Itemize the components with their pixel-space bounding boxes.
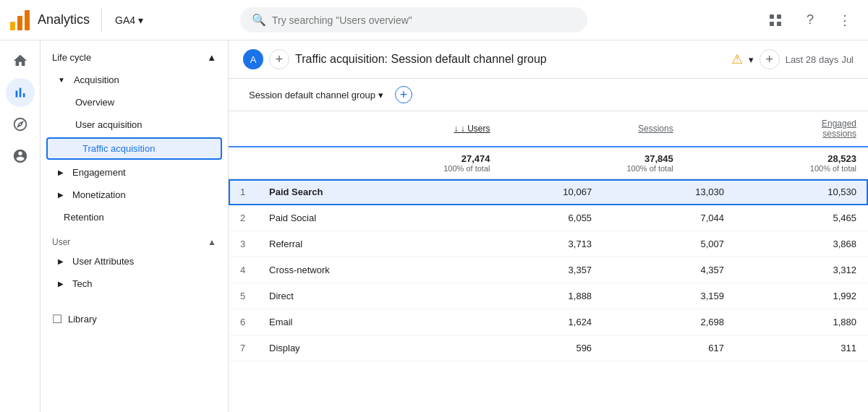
sidebar-item-monetization[interactable]: ▶ Monetization <box>41 184 228 206</box>
lifecycle-section-header[interactable]: Life cycle ▲ <box>41 46 228 69</box>
col-users[interactable]: ↓ ↓ Users <box>318 111 501 147</box>
grid-icon-button[interactable] <box>761 6 790 35</box>
row-channel[interactable]: Paid Social <box>258 205 471 231</box>
row-engaged-sessions: 3,312 <box>736 257 868 283</box>
warning-icon: ⚠ <box>731 51 743 67</box>
col-rank[interactable] <box>229 111 258 147</box>
date-range-selector[interactable]: Last 28 days Jul <box>786 54 854 65</box>
row-users: 596 <box>471 335 603 361</box>
top-nav: Analytics GA4 ▾ 🔍 ? ⋮ <box>0 0 868 40</box>
table-row[interactable]: 1 Paid Search 10,067 13,030 10,530 <box>229 179 868 205</box>
explore-icon <box>12 116 28 132</box>
total-sessions-pct: 100% of total <box>513 164 673 173</box>
sidebar-item-user-acquisition[interactable]: User acquisition <box>41 113 228 136</box>
sidebar: Life cycle ▲ ▼ Acquisition Overview User… <box>41 40 229 412</box>
row-sessions: 617 <box>603 335 736 361</box>
add-view-button[interactable]: + <box>269 49 289 69</box>
row-channel[interactable]: Email <box>258 309 471 335</box>
expand-icon-tech: ▶ <box>58 280 64 288</box>
row-rank: 2 <box>229 205 258 231</box>
table-row[interactable]: 3 Referral 3,713 5,007 3,868 <box>229 231 868 257</box>
help-icon-button[interactable]: ? <box>796 6 825 35</box>
content-area: A + Traffic acquisition: Session default… <box>229 40 868 412</box>
sidebar-item-library[interactable]: ☐ Library <box>41 306 228 332</box>
row-rank: 4 <box>229 257 258 283</box>
row-engaged-sessions: 5,465 <box>736 205 868 231</box>
lifecycle-label: Life cycle <box>52 52 91 63</box>
sidebar-item-acquisition[interactable]: ▼ Acquisition <box>41 69 228 91</box>
search-bar[interactable]: 🔍 <box>240 7 587 33</box>
table-toolbar: Session default channel group ▾ + <box>229 79 868 111</box>
ga4-logo-icon <box>9 9 32 32</box>
svg-rect-3 <box>770 14 774 19</box>
chevron-down-icon-title: ▾ <box>749 54 754 65</box>
svg-rect-2 <box>25 10 30 30</box>
table-row[interactable]: 5 Direct 1,888 3,159 1,992 <box>229 283 868 309</box>
grid-icon <box>768 13 783 27</box>
sidebar-item-overview[interactable]: Overview <box>41 91 228 113</box>
search-input[interactable] <box>272 14 576 26</box>
home-nav-icon[interactable] <box>6 46 35 75</box>
row-users: 10,067 <box>471 179 603 205</box>
table-row[interactable]: 4 Cross-network 3,357 4,357 3,312 <box>229 257 868 283</box>
sidebar-item-engagement[interactable]: ▶ Engagement <box>41 161 228 184</box>
avatar: A <box>243 49 263 69</box>
logo-area: Analytics <box>9 9 102 32</box>
table-row[interactable]: 7 Display 596 617 311 <box>229 335 868 361</box>
reports-nav-icon[interactable] <box>6 78 35 107</box>
user-section-header[interactable]: User ▲ <box>41 228 228 250</box>
sidebar-item-user-attributes[interactable]: ▶ User Attributes <box>41 250 228 272</box>
row-sessions: 5,007 <box>603 231 736 257</box>
page-header: A + Traffic acquisition: Session default… <box>229 40 868 79</box>
table-row[interactable]: 2 Paid Social 6,055 7,044 5,465 <box>229 205 868 231</box>
row-users: 3,357 <box>471 257 603 283</box>
row-engaged-sessions: 1,992 <box>736 283 868 309</box>
svg-rect-6 <box>777 22 781 26</box>
sidebar-item-traffic-acquisition[interactable]: Traffic acquisition <box>46 137 222 160</box>
row-sessions: 2,698 <box>603 309 736 335</box>
expand-icon: ▼ <box>58 76 65 84</box>
table-row[interactable]: 6 Email 1,624 2,698 1,880 <box>229 309 868 335</box>
more-menu-button[interactable]: ⋮ <box>830 6 859 35</box>
nav-icons: ? ⋮ <box>761 6 859 35</box>
total-engaged-sessions: 28,523 <box>827 153 856 164</box>
sidebar-item-tech[interactable]: ▶ Tech <box>41 272 228 295</box>
app-title: Analytics <box>38 12 90 27</box>
row-channel[interactable]: Display <box>258 335 471 361</box>
acquisition-label: Acquisition <box>74 74 119 85</box>
svg-rect-5 <box>770 22 774 26</box>
col-channel[interactable] <box>258 111 318 147</box>
total-engaged-pct: 100% of total <box>697 164 856 173</box>
row-rank: 7 <box>229 335 258 361</box>
row-channel[interactable]: Cross-network <box>258 257 471 283</box>
add-column-button[interactable]: + <box>395 86 412 103</box>
data-table: ↓ ↓ Users Sessions Engagedsessions 27,47… <box>229 111 868 179</box>
row-engaged-sessions: 10,530 <box>736 179 868 205</box>
row-users: 1,624 <box>471 309 603 335</box>
expand-icon-user-attr: ▶ <box>58 257 64 265</box>
sidebar-item-retention[interactable]: Retention <box>41 206 228 228</box>
expand-icon-engagement: ▶ <box>58 168 64 176</box>
total-sessions: 37,845 <box>644 153 673 164</box>
row-channel[interactable]: Paid Search <box>258 179 471 205</box>
advertising-nav-icon[interactable] <box>6 142 35 171</box>
row-users: 1,888 <box>471 283 603 309</box>
title-dropdown-button[interactable]: ▾ <box>749 54 754 65</box>
page-title: Traffic acquisition: Session default cha… <box>295 53 726 66</box>
add-metric-button[interactable]: + <box>760 49 780 69</box>
row-rank: 3 <box>229 231 258 257</box>
row-channel[interactable]: Referral <box>258 231 471 257</box>
chevron-down-icon: ▾ <box>138 14 143 26</box>
data-rows-table: 1 Paid Search 10,067 13,030 10,530 2 Pai… <box>229 179 868 361</box>
row-engaged-sessions: 311 <box>736 335 868 361</box>
col-sessions[interactable]: Sessions <box>501 111 684 147</box>
dimension-selector[interactable]: Session default channel group ▾ <box>243 87 389 103</box>
row-sessions: 13,030 <box>603 179 736 205</box>
property-selector[interactable]: GA4 ▾ <box>108 10 150 30</box>
explore-nav-icon[interactable] <box>6 110 35 139</box>
col-engaged-sessions[interactable]: Engagedsessions <box>685 111 868 147</box>
chevron-down-icon-dim: ▾ <box>378 90 383 100</box>
row-users: 6,055 <box>471 205 603 231</box>
row-sessions: 4,357 <box>603 257 736 283</box>
row-channel[interactable]: Direct <box>258 283 471 309</box>
